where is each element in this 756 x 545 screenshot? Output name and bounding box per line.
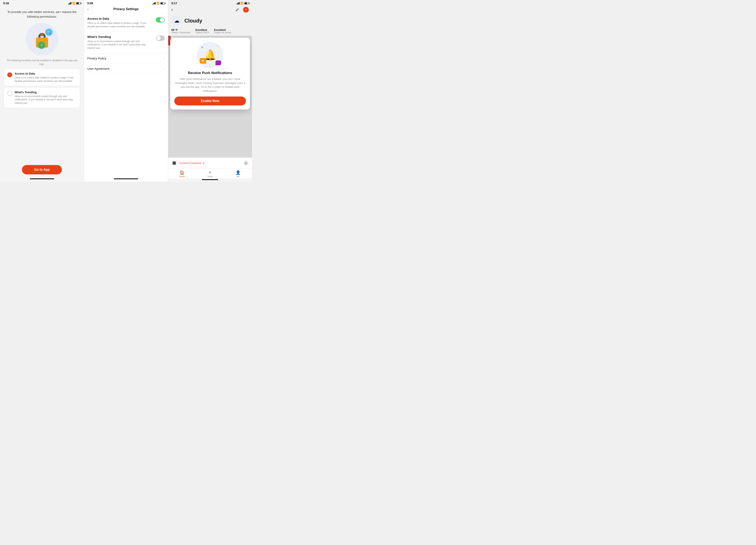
battery-icon-3	[244, 2, 249, 4]
access-data-section: Access to Data Allow us to collect data …	[84, 14, 168, 32]
common-functions-chevron: ▾	[203, 162, 205, 165]
temp-value: 68 °F	[171, 28, 191, 31]
user-agreement-label: User Agreement	[87, 67, 109, 70]
weather-stats: 68 °F Outdoor Temperature Excellent Outd…	[168, 28, 252, 36]
toggle-knob-1	[160, 18, 164, 22]
trending-title: What's Trending	[15, 91, 76, 94]
privacy-title: Privacy Settings	[113, 7, 139, 11]
trending-section-text: What's Trending Allow us to recommend co…	[87, 35, 153, 50]
panel-permissions: 5:16 📶 To provide you with better servic…	[0, 0, 84, 182]
permissions-illustration: ✓ 🔍	[26, 23, 58, 55]
permissions-subtitle: The following functions can be enabled o…	[4, 59, 80, 66]
power-button[interactable]: ⏻	[243, 160, 249, 166]
access-data-toggle[interactable]	[156, 17, 165, 23]
wifi-icon-3: 📶	[240, 2, 243, 5]
access-data-section-desc: Allow us to collect data related to prod…	[87, 22, 153, 28]
smart-tab-icon: ☀	[208, 170, 212, 175]
trending-card[interactable]: What's Trending Allow us to recommend co…	[4, 88, 80, 108]
access-data-check[interactable]	[7, 72, 12, 77]
access-data-card[interactable]: Access to Data Allow us to collect data …	[4, 69, 80, 86]
user-agreement-row[interactable]: User Agreement ›	[84, 64, 168, 74]
status-bar-2: 5:09 📶	[84, 0, 168, 6]
access-data-section-text: Access to Data Allow us to collect data …	[87, 17, 153, 28]
outdoor-pm25: Excellent Outdoor PM2.5	[196, 28, 209, 34]
trending-toggle[interactable]	[156, 36, 165, 41]
chat-purple-icon	[215, 60, 221, 65]
tab-me[interactable]: 👤 Me	[224, 170, 252, 178]
top-actions: 🎤 +	[234, 6, 249, 13]
user-agreement-chevron: ›	[164, 67, 165, 71]
home-tab-label: Home	[179, 175, 185, 178]
privacy-policy-label: Privacy Policy	[87, 57, 106, 60]
mic-button[interactable]: 🎤	[234, 6, 241, 13]
star-icon-1: ★	[201, 45, 204, 49]
wifi-icon-2: 📶	[156, 2, 159, 5]
notification-modal-desc: After push notifications are enabled, yo…	[174, 77, 246, 93]
home-tab-icon: 🏠	[180, 170, 185, 175]
wifi-icon-1: 📶	[72, 2, 75, 5]
weather-section: ☁ Cloudy	[168, 14, 252, 28]
dropdown-arrow: ▾	[171, 8, 173, 11]
trending-section-desc: Allow us to recommend content through ad…	[87, 40, 153, 50]
access-data-section-title: Access to Data	[87, 17, 153, 20]
outdoor-temp: 68 °F Outdoor Temperature	[171, 28, 191, 34]
push-notification-modal: ★ ★ 🔔 ❤ Receive Push Notifications After…	[170, 38, 250, 110]
home-indicator-2	[114, 179, 138, 179]
pm25-label: Outdoor PM2.5	[196, 31, 209, 34]
notification-illustration: ★ ★ 🔔 ❤	[197, 42, 223, 68]
outlet-icon: ⬛	[171, 160, 177, 166]
search-icon: 🔍	[45, 29, 53, 36]
access-data-text: Access to Data Allow us to collect data …	[15, 72, 76, 83]
common-functions-text: Common Functions	[179, 162, 202, 165]
home-top-bar: ▾ 🎤 +	[168, 6, 252, 14]
status-bar-3: 5:17 📶	[168, 0, 252, 6]
home-indicator-1	[30, 179, 54, 179]
signal-icon-3	[237, 2, 240, 4]
time-1: 5:16	[3, 2, 9, 5]
go-to-app-button[interactable]: Go to App	[22, 165, 62, 174]
me-tab-icon: 👤	[236, 170, 241, 175]
trending-check[interactable]	[7, 91, 12, 96]
battery-icon-1	[76, 2, 81, 4]
signal-icon-2	[153, 2, 156, 4]
enable-now-button[interactable]: Enable Now	[174, 97, 246, 105]
time-2: 5:09	[87, 2, 93, 5]
status-icons-3: 📶	[237, 2, 249, 5]
notification-modal-title: Receive Push Notifications	[188, 71, 232, 75]
privacy-policy-chevron: ›	[164, 57, 165, 60]
trending-text: What's Trending Allow us to recommend co…	[15, 91, 76, 105]
me-tab-label: Me	[237, 175, 239, 178]
trending-row: What's Trending Allow us to recommend co…	[87, 35, 165, 50]
signal-icon-1	[68, 2, 71, 4]
lock-keyhole-icon	[41, 33, 43, 36]
battery-icon-2	[160, 2, 165, 4]
access-data-row: Access to Data Allow us to collect data …	[87, 17, 165, 28]
outdoor-air-quality: Excellent Outdoor Air Quality	[214, 28, 231, 34]
trending-section-title: What's Trending	[87, 35, 153, 39]
status-icons-1: 📶	[68, 2, 81, 5]
trending-desc: Allow us to recommend content through ad…	[15, 95, 76, 105]
tab-smart[interactable]: ☀ Smart	[196, 170, 224, 178]
privacy-policy-row[interactable]: Privacy Policy ›	[84, 53, 168, 64]
star-icon-2: ★	[216, 44, 219, 47]
tab-home[interactable]: 🏠 Home	[168, 170, 196, 178]
common-functions-label: ⬛ Common Functions ▾	[171, 160, 205, 166]
smart-tab-label: Smart	[207, 175, 213, 178]
tab-bar: 🏠 Home ☀ Smart 👤 Me	[168, 168, 252, 179]
chat-orange-icon: ❤	[200, 58, 206, 64]
temp-label: Outdoor Temperature	[171, 31, 191, 34]
panel-home: 5:17 📶 ▾ 🎤 +	[168, 0, 252, 182]
time-3: 5:17	[171, 2, 177, 5]
shield-icon: ✓	[38, 42, 45, 49]
pm25-value: Excellent	[196, 28, 209, 31]
add-button[interactable]: +	[243, 7, 249, 13]
access-data-desc: Allow us to collect data related to prod…	[15, 76, 76, 83]
home-indicator-3	[202, 179, 218, 180]
panel-privacy-settings: 5:09 📶 ‹ Privacy Settings Access to Data…	[84, 0, 168, 182]
trending-section: What's Trending Allow us to recommend co…	[84, 32, 168, 53]
back-button[interactable]: ‹	[87, 7, 89, 12]
weather-icon: ☁	[171, 15, 182, 26]
location-dropdown[interactable]: ▾	[171, 8, 173, 11]
status-bar-1: 5:16 📶	[0, 0, 84, 6]
status-icons-2: 📶	[153, 2, 165, 5]
